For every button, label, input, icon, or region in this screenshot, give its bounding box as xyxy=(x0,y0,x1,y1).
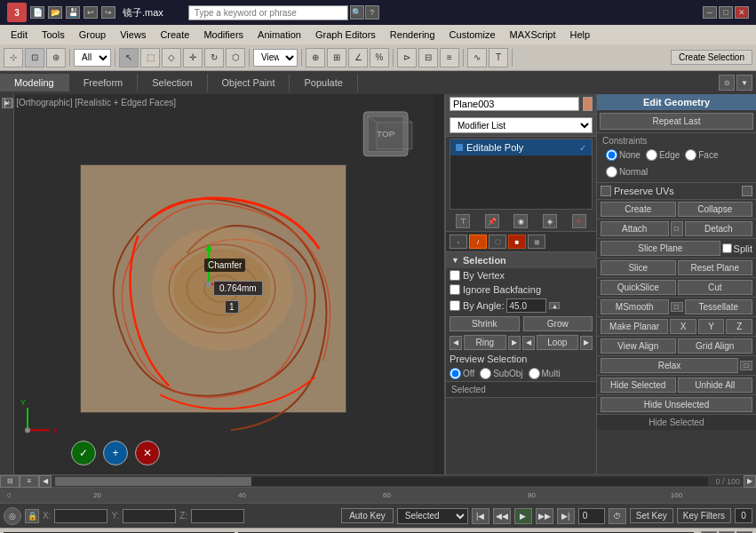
attach-btn[interactable]: Attach xyxy=(601,221,669,236)
tab-modeling[interactable]: Modeling xyxy=(0,74,69,91)
stack-nav-top[interactable]: ⊤ xyxy=(456,214,470,228)
hide-selected-btn[interactable]: Hide Selected xyxy=(601,378,676,393)
attach-options-btn[interactable]: □ xyxy=(671,221,683,236)
tab-icon2[interactable]: ▼ xyxy=(736,75,752,91)
slice-plane-btn[interactable]: Slice Plane xyxy=(601,241,720,256)
none-radio[interactable]: None xyxy=(606,149,641,161)
selection-header[interactable]: ▼ Selection xyxy=(446,252,596,268)
set-key-btn[interactable]: Set Key xyxy=(630,508,673,523)
layer-btn[interactable]: ≡ xyxy=(440,48,459,68)
viewport[interactable]: [+] [Orthographic] [Realistic + Edged Fa… xyxy=(0,94,445,474)
tab-freeform[interactable]: Freeform xyxy=(69,74,139,91)
loop-btn[interactable]: Loop xyxy=(537,335,579,350)
shrink-btn[interactable]: Shrink xyxy=(450,316,520,331)
redo-btn[interactable]: ↪ xyxy=(101,6,115,19)
menu-graph-editors[interactable]: Graph Editors xyxy=(308,28,383,42)
menu-customize[interactable]: Customize xyxy=(442,28,503,42)
snap-angle-btn[interactable]: ∠ xyxy=(348,48,368,68)
y-coord-input[interactable] xyxy=(123,509,176,523)
collapse-btn[interactable]: Collapse xyxy=(678,202,753,217)
make-unique-btn[interactable]: ◈ xyxy=(543,214,557,228)
menu-maxscript[interactable]: MAXScript xyxy=(503,28,563,42)
save-btn[interactable]: 💾 xyxy=(66,6,80,19)
grow-btn[interactable]: Grow xyxy=(523,316,593,331)
slice-btn[interactable]: Slice xyxy=(601,260,676,275)
poly-mode-btn[interactable]: ■ xyxy=(508,235,526,249)
type-btn[interactable]: T xyxy=(489,48,508,68)
quickslice-btn[interactable]: QuickSlice xyxy=(601,280,676,295)
next-frame-btn[interactable]: ▶| xyxy=(557,508,575,524)
maximize-btn[interactable]: □ xyxy=(719,6,733,19)
angle-spinner-up[interactable]: ▲ xyxy=(549,302,560,309)
remove-mod-btn[interactable]: ✕ xyxy=(572,214,586,228)
search-input[interactable] xyxy=(188,5,348,20)
snap-btn[interactable]: ⊞ xyxy=(327,48,346,68)
menu-group[interactable]: Group xyxy=(72,28,114,42)
search-btn[interactable]: 🔍 xyxy=(350,5,364,20)
tessellate-btn[interactable]: Tessellate xyxy=(685,299,753,314)
frame-num-display[interactable]: 0 xyxy=(735,508,752,523)
z-btn[interactable]: Z xyxy=(726,319,752,334)
ring-btn[interactable]: Ring xyxy=(464,335,506,350)
hide-unselected-btn[interactable]: Hide Unselected xyxy=(601,397,752,412)
relax-opt-btn[interactable]: □ xyxy=(740,361,752,370)
add-btn[interactable]: + xyxy=(103,441,128,465)
relax-btn[interactable]: Relax xyxy=(601,358,738,373)
detach-btn[interactable]: Detach xyxy=(685,221,753,236)
pin-btn[interactable]: 📌 xyxy=(485,214,499,228)
x-btn[interactable]: X xyxy=(670,319,696,334)
mod-item-editable-poly[interactable]: Editable Poly ✓ xyxy=(450,139,592,155)
open-btn[interactable]: 📂 xyxy=(48,6,62,19)
menu-tools[interactable]: Tools xyxy=(35,28,72,42)
prev-frame-btn[interactable]: |◀ xyxy=(472,508,489,524)
reset-plane-btn[interactable]: Reset Plane xyxy=(678,260,753,275)
menu-rendering[interactable]: Rendering xyxy=(383,28,442,42)
align-btn[interactable]: ⊟ xyxy=(418,48,438,68)
ring-left-btn[interactable]: ◀ xyxy=(450,336,462,350)
sel-fence-btn[interactable]: ◇ xyxy=(162,48,181,68)
help-btn[interactable]: ? xyxy=(365,5,379,20)
prev-multi-radio[interactable]: Multi xyxy=(529,368,561,379)
close-btn[interactable]: ✕ xyxy=(735,6,749,19)
view-dropdown[interactable]: View xyxy=(253,49,298,67)
menu-edit[interactable]: Edit xyxy=(4,28,35,42)
curve-btn[interactable]: ∿ xyxy=(467,48,487,68)
tab-object-paint[interactable]: Object Paint xyxy=(208,74,290,91)
minimize-btn[interactable]: ─ xyxy=(703,6,717,19)
lock-btn[interactable]: 🔒 xyxy=(25,509,39,523)
new-btn[interactable]: 📄 xyxy=(30,6,44,19)
grid-align-btn[interactable]: Grid Align xyxy=(678,338,753,354)
modifier-list-dropdown[interactable]: Modifier List xyxy=(450,117,593,133)
by-vertex-check[interactable] xyxy=(450,270,460,281)
obj-color-swatch[interactable] xyxy=(583,97,593,111)
menu-modifiers[interactable]: Modifiers xyxy=(196,28,251,42)
tab-selection[interactable]: Selection xyxy=(138,74,207,91)
edge-radio[interactable]: Edge xyxy=(646,149,680,161)
unhide-all-btn[interactable]: Unhide All xyxy=(678,378,753,393)
loop-right-btn[interactable]: ▶ xyxy=(580,336,593,350)
select-btn[interactable]: ↖ xyxy=(119,48,139,68)
select-obj-btn[interactable]: ⊹ xyxy=(4,48,23,68)
by-angle-input[interactable]: 45.0 xyxy=(506,298,546,313)
x-coord-input[interactable] xyxy=(54,509,107,523)
repeat-last-btn[interactable]: Repeat Last xyxy=(600,113,753,130)
cut-btn[interactable]: Cut xyxy=(678,280,753,295)
tab-icon1[interactable]: ⊙ xyxy=(719,75,735,91)
show-result-btn[interactable]: ◉ xyxy=(513,214,528,228)
scroll-right-btn[interactable]: ▶ xyxy=(744,475,756,488)
z-coord-input[interactable] xyxy=(191,509,244,523)
cancel-btn[interactable]: ✕ xyxy=(135,441,160,465)
confirm-btn[interactable]: ✓ xyxy=(71,441,96,465)
time-config-btn[interactable]: ⏱ xyxy=(609,508,626,524)
msmooth-btn[interactable]: MSmooth xyxy=(601,299,669,314)
element-mode-btn[interactable]: ◼ xyxy=(528,235,545,249)
menu-views[interactable]: Views xyxy=(113,28,153,42)
prev-off-radio[interactable]: Off xyxy=(450,368,474,379)
snap-percent-btn[interactable]: % xyxy=(370,48,389,68)
split-check[interactable] xyxy=(722,243,732,253)
scroll-left-btn[interactable]: ◀ xyxy=(39,475,52,488)
mirror-btn[interactable]: ⊳ xyxy=(397,48,417,68)
next-key-btn[interactable]: ▶▶ xyxy=(536,508,553,524)
undo-btn[interactable]: ↩ xyxy=(84,6,98,19)
hscroll-thumb[interactable] xyxy=(55,477,251,486)
